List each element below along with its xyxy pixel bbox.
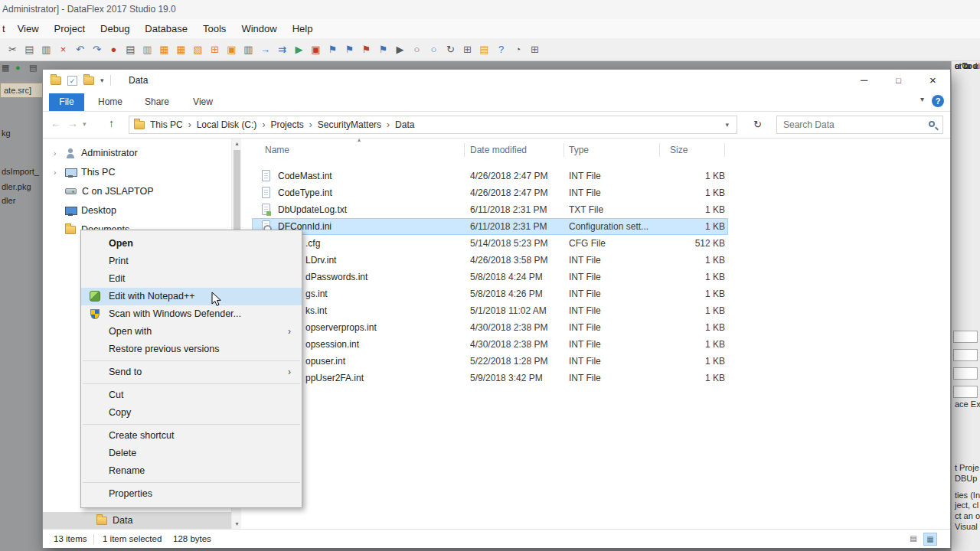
panel-field[interactable] — [953, 331, 978, 343]
menu-item-project[interactable]: Project — [47, 19, 93, 38]
tab-home[interactable]: Home — [92, 93, 129, 111]
context-menu-item-copy[interactable]: Copy — [81, 404, 302, 422]
context-menu-item-restore-previous-versions[interactable]: Restore previous versions — [81, 341, 302, 358]
refresh-icon[interactable]: ↻ — [753, 119, 762, 130]
file-row[interactable]: opserverprops.int 4/30/2018 2:38 PM INT … — [252, 319, 728, 336]
goto-icon[interactable]: → — [257, 41, 273, 57]
menu-item-debug[interactable]: Debug — [93, 19, 137, 38]
context-menu-item-create-shortcut[interactable]: Create shortcut — [81, 427, 302, 445]
context-menu-item-scan-with-defender[interactable]: Scan with Windows Defender... — [81, 305, 302, 323]
help-icon[interactable]: ? — [493, 41, 509, 57]
context-menu-item-open-with[interactable]: Open with › — [81, 323, 302, 341]
windows-icon[interactable]: ⊞ — [459, 41, 475, 57]
file-row-selected[interactable]: DFConnId.ini 6/11/2018 2:31 PM Configura… — [252, 218, 728, 235]
column-header-date[interactable]: Date modified — [470, 145, 527, 155]
breadcrumb-this-pc[interactable]: This PC — [145, 119, 188, 130]
history-dropdown-icon[interactable]: ▾ — [83, 120, 87, 128]
context-menu-item-print[interactable]: Print — [81, 253, 302, 270]
panel-field[interactable] — [953, 349, 978, 361]
back-button[interactable]: ← — [51, 117, 61, 129]
file-row[interactable]: LDrv.int 4/26/2018 3:58 PM INT File 1 KB — [252, 252, 728, 269]
context-menu-item-open[interactable]: Open — [81, 235, 302, 253]
step-icon[interactable]: ▶ — [392, 41, 408, 57]
document-icon[interactable]: ▥ — [139, 41, 155, 57]
table-props-icon[interactable]: ▣ — [224, 41, 240, 57]
panel-field[interactable] — [953, 386, 978, 398]
column-divider[interactable] — [724, 143, 725, 157]
new-folder-qat-icon[interactable] — [83, 77, 94, 85]
maximize-button[interactable]: □ — [881, 70, 916, 91]
scroll-up-icon[interactable]: ▴ — [232, 139, 242, 148]
qat-dropdown-icon[interactable]: ▾ — [100, 77, 104, 84]
context-menu-item-rename[interactable]: Rename — [81, 462, 302, 480]
sidebar-item-c-on-jslaptop[interactable]: C on JSLAPTOP — [43, 183, 231, 200]
breadcrumb-dropdown-icon[interactable]: ▾ — [725, 121, 732, 129]
menu-item-help[interactable]: Help — [285, 19, 321, 38]
menu-item-database[interactable]: Database — [137, 19, 195, 38]
menu-item-window[interactable]: Window — [234, 19, 284, 38]
expander-icon[interactable]: › — [54, 168, 60, 177]
db-doc-icon[interactable]: ▥ — [240, 41, 256, 57]
menu-item-view[interactable]: View — [10, 19, 47, 38]
column-divider[interactable] — [464, 143, 465, 157]
sidebar-item-administrator[interactable]: › Administrator — [43, 145, 231, 161]
file-row[interactable]: ppUser2FA.int 5/9/2018 3:42 PM INT File … — [252, 370, 728, 386]
background-file-tab[interactable]: ate.src] — [0, 83, 42, 98]
context-menu-item-edit[interactable]: Edit — [81, 270, 302, 288]
breadcrumb-data[interactable]: Data — [390, 119, 420, 130]
find-icon[interactable]: ○ — [409, 41, 425, 57]
file-row[interactable]: gs.int 5/8/2018 4:26 PM INT File 1 KB — [252, 285, 728, 302]
column-divider[interactable] — [564, 143, 564, 157]
file-row[interactable]: ks.int 5/1/2018 11:02 AM INT File 1 KB — [252, 302, 728, 319]
copy-icon[interactable]: ▤ — [21, 41, 38, 57]
table-new-icon[interactable]: ▧ — [190, 41, 206, 57]
flag-prev-icon[interactable]: ⚑ — [341, 41, 358, 57]
file-row[interactable]: CodeType.int 4/26/2018 2:47 PM INT File … — [252, 184, 728, 201]
ribbon-collapse-icon[interactable]: ▾ — [920, 95, 924, 103]
column-divider[interactable] — [659, 143, 660, 157]
sidebar-item-this-pc[interactable]: › This PC — [43, 164, 231, 181]
file-row[interactable]: opsession.int 4/30/2018 2:38 PM INT File… — [252, 336, 728, 353]
context-menu-item-edit-with-notepadpp[interactable]: Edit with Notepad++ — [81, 288, 302, 305]
table-browse-icon[interactable]: ▦ — [156, 41, 172, 57]
context-menu-item-send-to[interactable]: Send to › — [81, 364, 302, 381]
cut-icon[interactable]: ✂ — [5, 41, 21, 57]
breadcrumb-projects[interactable]: Projects — [265, 119, 309, 130]
expander-icon[interactable]: › — [54, 149, 60, 158]
flag-next-icon[interactable]: ⚑ — [325, 41, 341, 57]
scroll-down-icon[interactable]: ▾ — [232, 519, 242, 529]
context-menu-item-properties[interactable]: Properties — [81, 485, 302, 503]
flag-clear-icon[interactable]: ⚑ — [358, 41, 374, 57]
sidebar-item-desktop[interactable]: Desktop — [43, 202, 231, 219]
flag-all-icon[interactable]: ⚑ — [375, 41, 391, 57]
run-icon[interactable]: ▶ — [291, 41, 307, 57]
panel-field[interactable] — [953, 367, 978, 380]
minimize-button[interactable]: ─ — [847, 70, 881, 91]
grid-icon[interactable]: ⊞ — [527, 41, 543, 57]
breadcrumb-securitymatters[interactable]: SecurityMatters — [312, 119, 387, 130]
column-header-size[interactable]: Size — [670, 145, 688, 155]
up-button[interactable]: ↑ — [109, 117, 114, 129]
find-next-icon[interactable]: ○ — [426, 41, 442, 57]
search-icon[interactable] — [929, 121, 935, 127]
menu-item-tools[interactable]: Tools — [195, 19, 234, 38]
column-header-name[interactable]: Name — [265, 145, 289, 155]
column-header-type[interactable]: Type — [569, 145, 589, 155]
file-row[interactable]: DbUpdateLog.txt 6/11/2018 2:31 PM TXT Fi… — [252, 201, 728, 218]
run-to-icon[interactable]: ⇉ — [274, 41, 290, 57]
record-icon[interactable]: ● — [106, 41, 122, 57]
menu-item-truncated[interactable]: t — [0, 19, 10, 38]
properties-qat-icon[interactable]: ✓ — [67, 76, 77, 86]
history-icon[interactable]: ◔ — [510, 41, 526, 57]
search-input[interactable] — [777, 116, 924, 133]
file-row[interactable]: .cfg 5/14/2018 5:23 PM CFG File 512 KB — [252, 235, 728, 252]
table-grid-icon[interactable]: ⊞ — [207, 41, 223, 57]
context-menu-item-delete[interactable]: Delete — [81, 445, 302, 462]
details-view-button[interactable]: ▤ — [906, 533, 920, 546]
context-menu-item-cut[interactable]: Cut — [81, 386, 302, 404]
forward-button[interactable]: → — [67, 117, 78, 129]
tab-file[interactable]: File — [49, 93, 84, 111]
print-icon[interactable]: ▤ — [122, 41, 139, 57]
sidebar-item-data-current[interactable]: Data — [43, 512, 231, 529]
table-edit-icon[interactable]: ▦ — [173, 41, 189, 57]
